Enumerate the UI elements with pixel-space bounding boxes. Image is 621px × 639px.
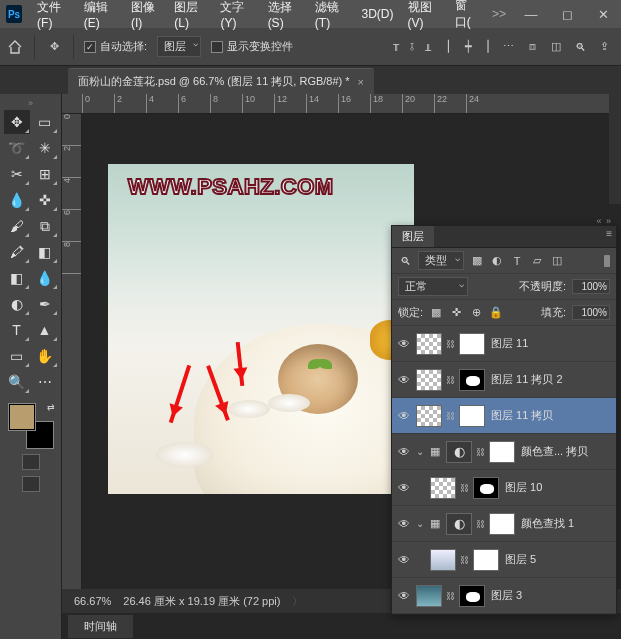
visibility-toggle[interactable]: 👁 [396, 589, 412, 603]
fill-value[interactable]: 100% [572, 305, 610, 320]
more-options-icon[interactable]: ⋯ [501, 40, 515, 54]
menu-filter[interactable]: 滤镜(T) [308, 0, 355, 28]
right-dock-strip[interactable] [609, 94, 621, 204]
window-close-button[interactable]: ✕ [585, 0, 621, 28]
visibility-toggle[interactable]: 👁 [396, 373, 412, 387]
marquee-tool[interactable]: ▭ [32, 110, 58, 134]
lock-all-icon[interactable]: 🔒 [489, 306, 503, 320]
timeline-tab[interactable]: 时间轴 [68, 615, 133, 638]
filter-text-icon[interactable]: T [510, 254, 524, 268]
close-tab-icon[interactable]: × [358, 76, 364, 88]
auto-select-checkbox[interactable]: ✓ 自动选择: [84, 39, 147, 54]
align-top-icon[interactable]: ⫪ [389, 40, 403, 54]
share-icon[interactable]: ⇪ [597, 40, 611, 54]
opacity-value[interactable]: 100% [572, 279, 610, 294]
dodge-tool[interactable]: ◐ [4, 292, 30, 316]
menu-select[interactable]: 选择(S) [261, 0, 308, 28]
path-select-tool[interactable]: ▲ [32, 318, 58, 342]
menu-image[interactable]: 图像(I) [124, 0, 167, 28]
panel-collapse-icon[interactable]: « » [596, 216, 612, 226]
panel-menu-icon[interactable]: ≡ [606, 228, 612, 239]
crop-tool[interactable]: ✂ [4, 162, 30, 186]
menu-view[interactable]: 视图(V) [401, 0, 448, 28]
filter-toggle[interactable] [604, 255, 610, 267]
shape-tool[interactable]: ▭ [4, 344, 30, 368]
lock-pixels-icon[interactable]: ▩ [429, 306, 443, 320]
align-bottom-icon[interactable]: ⫫ [421, 40, 435, 54]
zoom-level[interactable]: 66.67% [74, 595, 111, 607]
visibility-toggle[interactable]: 👁 [396, 517, 412, 531]
window-minimize-button[interactable]: — [513, 0, 549, 28]
quick-select-tool[interactable]: ✳ [32, 136, 58, 160]
home-icon[interactable] [6, 38, 24, 56]
blur-tool[interactable]: 💧 [32, 266, 58, 290]
menu-edit[interactable]: 编辑(E) [77, 0, 124, 28]
layer-row[interactable]: 👁⌄▦◐⛓颜色查找 1 [392, 506, 616, 542]
align-left-icon[interactable]: ▏ [445, 40, 459, 54]
layer-row[interactable]: 👁⛓图层 10 [392, 470, 616, 506]
search-icon[interactable]: 🔍︎ [573, 40, 587, 54]
move-tool[interactable]: ✥ [4, 110, 30, 134]
auto-select-target[interactable]: 图层 [157, 36, 201, 57]
align-right-icon[interactable]: ▕ [477, 40, 491, 54]
lock-artboard-icon[interactable]: ⊕ [469, 306, 483, 320]
visibility-toggle[interactable]: 👁 [396, 337, 412, 351]
3d-mode-icon[interactable]: ⧈ [525, 40, 539, 54]
pen-tool[interactable]: ✒ [32, 292, 58, 316]
mask-icon[interactable]: ◫ [549, 40, 563, 54]
show-transform-controls[interactable]: 显示变换控件 [211, 39, 293, 54]
move-tool-icon[interactable]: ✥ [45, 38, 63, 56]
menu-layer[interactable]: 图层(L) [167, 0, 213, 28]
lasso-tool[interactable]: ➰ [4, 136, 30, 160]
layer-row[interactable]: 👁⛓图层 11 [392, 326, 616, 362]
align-hcenter-icon[interactable]: ┿ [461, 40, 475, 54]
eyedropper-tool[interactable]: 💧 [4, 188, 30, 212]
eraser-tool[interactable]: ◧ [32, 240, 58, 264]
blend-mode-select[interactable]: 正常 [398, 277, 468, 296]
filter-type-select[interactable]: 类型 [418, 251, 464, 270]
menu-3d[interactable]: 3D(D) [355, 0, 401, 28]
doc-info[interactable]: 26.46 厘米 x 19.19 厘米 (72 ppi) [123, 594, 280, 609]
hand-tool[interactable]: ✋ [32, 344, 58, 368]
gradient-tool[interactable]: ◧ [4, 266, 30, 290]
visibility-toggle[interactable]: 👁 [396, 445, 412, 459]
ruler-vertical[interactable]: 0 2 4 6 8 [62, 114, 82, 589]
frame-tool[interactable]: ⊞ [32, 162, 58, 186]
visibility-toggle[interactable]: 👁 [396, 481, 412, 495]
visibility-toggle[interactable]: 👁 [396, 409, 412, 423]
filter-pixel-icon[interactable]: ▩ [470, 254, 484, 268]
visibility-toggle[interactable]: 👁 [396, 553, 412, 567]
brush-tool[interactable]: 🖌 [4, 214, 30, 238]
filter-adjust-icon[interactable]: ◐ [490, 254, 504, 268]
menu-type[interactable]: 文字(Y) [213, 0, 260, 28]
filter-shape-icon[interactable]: ▱ [530, 254, 544, 268]
lock-position-icon[interactable]: ✜ [449, 306, 463, 320]
foreground-color[interactable] [9, 404, 35, 430]
layer-row[interactable]: 👁⛓图层 5 [392, 542, 616, 578]
filter-type-icon[interactable]: 🔍︎ [398, 254, 412, 268]
quick-mask-icon[interactable] [22, 454, 40, 470]
window-maximize-button[interactable]: ◻ [549, 0, 585, 28]
document-tab[interactable]: 面粉山的金莲花.psd @ 66.7% (图层 11 拷贝, RGB/8#) *… [68, 68, 374, 94]
menu-file[interactable]: 文件(F) [30, 0, 77, 28]
color-swatches[interactable]: ⇄ [9, 404, 53, 448]
filter-smart-icon[interactable]: ◫ [550, 254, 564, 268]
ruler-horizontal[interactable]: 02 46 810 1214 1618 2022 24 [62, 94, 621, 114]
layer-row[interactable]: 👁⛓图层 11 拷贝 2 [392, 362, 616, 398]
menu-window[interactable]: 窗口( [448, 0, 485, 28]
swap-colors-icon[interactable]: ⇄ [47, 402, 55, 412]
layer-row[interactable]: 👁⛓图层 3 [392, 578, 616, 614]
menu-overflow[interactable]: >> [485, 0, 513, 28]
layer-row[interactable]: 👁⛓图层 11 拷贝 [392, 398, 616, 434]
history-brush-tool[interactable]: 🖍 [4, 240, 30, 264]
layers-tab[interactable]: 图层 [392, 226, 434, 247]
status-arrow-icon[interactable]: 〉 [292, 594, 303, 609]
edit-toolbar[interactable]: ⋯ [32, 370, 58, 394]
zoom-tool[interactable]: 🔍 [4, 370, 30, 394]
type-tool[interactable]: T [4, 318, 30, 342]
layer-row[interactable]: 👁⌄▦◐⛓颜色查... 拷贝 [392, 434, 616, 470]
screen-mode-icon[interactable] [22, 476, 40, 492]
align-vcenter-icon[interactable]: ⫱ [405, 40, 419, 54]
clone-tool[interactable]: ⧉ [32, 214, 58, 238]
healing-tool[interactable]: ✜ [32, 188, 58, 212]
